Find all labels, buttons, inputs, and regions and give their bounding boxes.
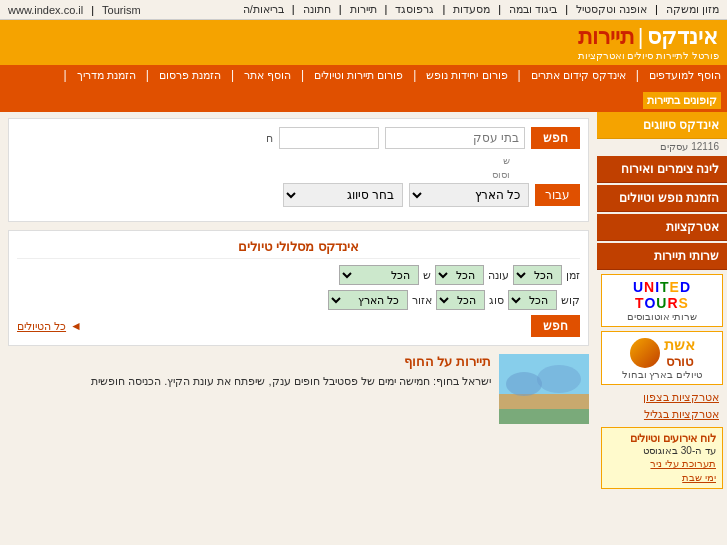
tour-index-footer: חפש ◄ כל הטיולים [17,315,580,337]
search-label-ch: ח [266,132,273,145]
sep4: | [442,3,445,16]
arrow-icon: ◄ [70,319,82,333]
nav-tourism[interactable]: תיירות [350,3,377,16]
sidebar-index-btn[interactable]: אינדקס סיווגים [597,112,727,139]
esht-tagline: טיולים בארץ ובחול [606,369,718,380]
united-tours-ad[interactable]: UNITED TOURS שרותי אוטובוסים [601,274,723,327]
nav-website[interactable]: www.index.co.il [8,4,83,16]
sep5: | [385,3,388,16]
sidebar-attractions-btn[interactable]: אטרקציות [597,214,727,241]
sidebar-reserve-btn[interactable]: הזמנת נופש וטיולים [597,185,727,212]
filter-cat-label: קוש [561,294,580,307]
sidebar-reserve-section: הזמנת נופש וטיולים [597,185,727,212]
logo-he-text: אינדקס [647,24,718,50]
sidebar-services-section: שרותי תיירות [597,243,727,270]
nav-add-site[interactable]: הוסף אתר [244,69,291,82]
news-body: ישראל בחוף: חמישה ימים של פסטיבל חופים ע… [8,373,491,390]
sort-select[interactable]: בחר סיווג [283,183,403,207]
pass-button[interactable]: עבור [535,184,580,206]
sep6: | [339,3,342,16]
search-row-1: חפש ח [17,127,580,149]
svg-point-3 [506,372,542,396]
orange-nav-bar: הוסף למועדפים | אינדקס קידום אתרים | פור… [0,65,727,112]
sidebar-services-btn[interactable]: שרותי תיירות [597,243,727,270]
promo-title: לוח אירועים וטיולים [608,432,716,445]
logo-divider: | [638,24,644,50]
nav-health[interactable]: בריאות/ה [243,3,284,16]
beach-placeholder [499,354,589,424]
all-tours-link[interactable]: כל הטיולים [17,320,66,333]
nav-coupons[interactable]: קופונים בתיירות [643,92,721,109]
news-title: תיירות על החוף [8,354,491,369]
location-select[interactable]: כל הארץ [409,183,529,207]
sep1: | [655,3,658,16]
sidebar-index-section: אינדקס סיווגים 12116 עסקים [597,112,727,154]
top-nav-links: מזון ומשקה | אופנה וטקסטיל | ביגוד ובמה … [243,3,719,16]
search-button[interactable]: חפש [531,127,580,149]
main-header: אינדקס | תיירות פורטל לתיירות סיולים ואט… [0,20,727,65]
filter-time-label: זמן [566,269,580,282]
filter-start-label: ש [423,269,431,282]
filter-loc-label: אזור [412,294,432,307]
united-logo-text: UNITED TOURS [606,279,718,311]
esht-tours-text: טורס [664,354,695,369]
filter-region-label: עונה [488,269,509,282]
filter-region-select[interactable]: הכל [435,265,484,285]
attraction-north-link[interactable]: אטרקציות בצפון [597,389,727,406]
main-content: חפש ח ש וסוס עבור כל הארץ בחר סיווג אינד… [0,112,597,493]
nav-favorites[interactable]: הוסף למועדפים [649,69,721,82]
nav-tourism-en[interactable]: Tourism [102,4,141,16]
tour-index-title: אינדקס מסלולי טיולים [17,239,580,259]
search-input-business[interactable] [385,127,525,149]
news-image [499,354,589,424]
nav-order-guide[interactable]: הזמנת מדריך [77,69,136,82]
nav-restaurants[interactable]: מסעדות [453,3,490,16]
nav-order-promo[interactable]: הזמנת פרסום [159,69,221,82]
news-text: תיירות על החוף ישראל בחוף: חמישה ימים של… [8,354,491,424]
filter-row-2: קוש הכל סוג הכל אזור כל הארץ [17,290,580,310]
filter-type-label: סוג [489,294,504,307]
nav-clothing[interactable]: ביגוד ובמה [509,3,557,16]
logo-tagline: פורטל לתיירות סיולים ואטרקציות [578,50,719,61]
filter-type-select[interactable]: הכל [436,290,485,310]
nav-grapho[interactable]: גרפוסגד [395,3,434,16]
svg-point-4 [537,365,581,393]
filter-row-1: זמן הכל עונה הכל ש הכל [17,265,580,285]
sidebar-promo-box: לוח אירועים וטיולים עד ה-30 באוגוסט תערו… [601,427,723,489]
filter-cat-select[interactable]: הכל [508,290,557,310]
nav-seo[interactable]: אינדקס קידום אתרים [531,69,626,82]
filter-loc-select[interactable]: כל הארץ [328,290,408,310]
top-nav-right: Tourism | www.index.co.il [8,4,141,16]
attraction-galil-link[interactable]: אטרקציות בגליל [597,406,727,423]
united-subtitle: שרותי אוטובוסים [606,311,718,322]
esht-tours-ad[interactable]: אשת טורס טיולים בארץ ובחול [601,331,723,385]
main-layout: אינדקס סיווגים 12116 עסקים לינה צימרים ו… [0,112,727,493]
sidebar-lina-btn[interactable]: לינה צימרים ואירוח [597,156,727,183]
sep7: | [292,3,295,16]
filter-start-select[interactable]: הכל [339,265,419,285]
nav-forum-units[interactable]: פורום יחידות נופש [426,69,507,82]
sidebar-count: 12116 עסקים [597,139,727,154]
right-sidebar: אינדקס סיווגים 12116 עסקים לינה צימרים ו… [597,112,727,493]
nav-food[interactable]: מזון ומשקה [666,3,719,16]
nav-fashion[interactable]: אופנה וטקסטיל [576,3,647,16]
tour-index-box: אינדקס מסלולי טיולים זמן הכל עונה הכל ש … [8,230,589,346]
nav-wedding[interactable]: חתונה [303,3,331,16]
top-navigation: מזון ומשקה | אופנה וטקסטיל | ביגוד ובמה … [0,0,727,20]
sidebar-lina-section: לינה צימרים ואירוח [597,156,727,183]
tour-search-button[interactable]: חפש [531,315,580,337]
search-row-2: עבור כל הארץ בחר סיווג [17,183,580,207]
promo-link1[interactable]: תערוכת עלי ניר [650,458,716,469]
search-input-extra[interactable] [279,127,379,149]
logo-tourism-he: תיירות [578,24,634,50]
sep8: | [91,4,94,16]
svg-rect-2 [499,409,589,424]
sep3: | [498,3,501,16]
search-box: חפש ח ש וסוס עבור כל הארץ בחר סיווג [8,118,589,222]
promo-date: עד ה-30 באוגוסט [608,445,716,456]
news-section: תיירות על החוף ישראל בחוף: חמישה ימים של… [8,354,589,424]
nav-forum-tours[interactable]: פורום תיירות וטיולים [314,69,403,82]
sidebar-attractions-section: אטרקציות [597,214,727,241]
promo-link2[interactable]: ימי שבת [682,472,716,483]
filter-time-select[interactable]: הכל [513,265,562,285]
